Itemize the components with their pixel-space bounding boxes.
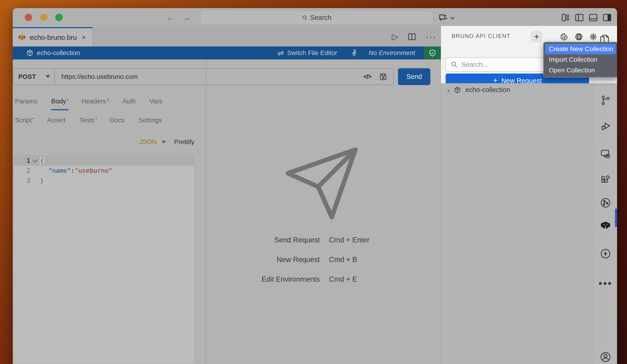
package-icon [26,49,34,57]
tab-assert[interactable]: Assert [47,116,66,128]
cookies-button[interactable] [559,31,569,43]
proxy-globe-button[interactable] [574,31,584,43]
bruno-dog-filled-icon [599,219,612,231]
editor-empty-pattern [14,195,194,364]
customize-layout-button[interactable] [561,13,570,22]
zoom-window-button[interactable] [55,14,63,21]
tab-headers[interactable]: Headers1 [81,97,109,109]
layout-customize-icon [561,13,570,22]
chat-sparkle-icon [438,13,448,23]
json-colon: : [71,167,75,174]
environment-shield-button[interactable] [424,46,441,59]
run-file-button[interactable]: ▷ [392,32,398,42]
tab-tests[interactable]: Tests• [79,116,97,128]
code-snippet-icon[interactable]: </> [364,73,371,80]
code-line[interactable]: 2 "name":"useburno" [14,166,194,176]
save-icon[interactable] [379,73,387,81]
menu-item-create-new-collection[interactable]: Create New Collection [545,44,616,54]
git-branch-icon [600,95,611,106]
method-dropdown-arrow-icon [46,75,50,78]
fold-chevron-icon[interactable] [30,160,40,162]
tab-vars[interactable]: Vars [150,97,163,109]
close-brace: } [40,177,44,184]
tab-script[interactable]: Script• [15,116,34,128]
lightning-circle-icon [600,248,611,260]
tab-settings[interactable]: Settings [138,116,163,128]
debug-icon [600,121,611,132]
request-tabs-row1: Params Body• Headers1 Auth Vars [15,97,163,110]
account-icon [599,351,612,363]
line-number: 1 [14,157,30,164]
extensions-icon [600,175,611,186]
activitybar-more-button[interactable]: ••• [599,277,612,290]
collection-bar: echo-collection ⇌ Switch File Editor No … [13,46,441,59]
json-key: "name" [48,167,71,174]
share-circle-icon [600,197,611,209]
code-line[interactable]: 3 } [14,176,194,185]
tab-body[interactable]: Body• [51,97,68,110]
activitybar-bruno-button[interactable] [599,219,612,231]
body-mode-arrow-icon [162,141,166,143]
titlebar: ← → Search [13,8,617,27]
shortcut-action: Send Request [221,236,320,244]
send-button[interactable]: Send [398,68,430,85]
minimize-window-button[interactable] [40,14,48,21]
switch-file-editor-button[interactable]: ⇌ Switch File Editor [277,48,337,58]
add-collection-button[interactable]: + [531,31,542,43]
chevron-right-icon: › [447,87,450,93]
body-mode-row: JSON Prettify [13,138,194,146]
activitybar-remote-explorer-button[interactable] [600,148,611,160]
activitybar-account-button[interactable] [599,351,612,363]
panel-divider [206,59,206,364]
copilot-chat-button[interactable] [438,13,454,23]
close-window-button[interactable] [25,14,32,21]
tab-docs[interactable]: Docs [110,116,126,128]
environment-selector[interactable]: No Environment [368,49,415,57]
search-placeholder: Search [310,14,332,22]
keyboard-shortcuts: Send Request Cmd + Enter New Request Cmd… [221,236,369,283]
shield-check-icon [428,49,436,57]
tab-close-icon[interactable]: × [81,33,86,42]
runner-icon[interactable] [350,49,358,57]
split-editor-button[interactable] [408,32,416,41]
tab-auth[interactable]: Auth [122,97,137,109]
chevron-down-icon [450,15,454,19]
activitybar-thunder-button[interactable] [600,248,611,260]
shortcut-keys: Cmd + E [329,275,369,283]
activitybar-run-debug-button[interactable] [600,121,611,132]
toggle-primary-sidebar-button[interactable] [575,13,584,22]
menu-item-import-collection[interactable]: Import Collection [545,54,616,65]
tab-bar: echo-bruno.bru × ▷ ··· [13,27,441,46]
vscode-window: ← → Search [13,8,617,364]
url-input[interactable]: https://echo.usebruno.com [61,73,364,81]
body-mode-dropdown[interactable]: JSON [139,138,157,146]
forward-button[interactable]: → [182,12,191,22]
settings-button[interactable] [588,31,598,43]
tab-echo-bruno[interactable]: echo-bruno.bru × [13,27,93,46]
panel-bottom-icon [588,13,598,22]
back-button[interactable]: ← [165,12,175,22]
shortcut-action: New Request [221,256,320,264]
gear-icon [589,33,597,41]
package-icon [454,86,461,94]
tab-title: echo-bruno.bru [30,34,77,41]
toggle-secondary-sidebar-button[interactable] [602,13,612,22]
activitybar-share-button[interactable] [600,197,611,209]
shortcut-keys: Cmd + Enter [329,236,369,244]
command-center-search[interactable]: Search [200,11,433,25]
toggle-panel-button[interactable] [588,13,598,22]
sidebar-title: BRUNO API CLIENT [452,33,511,39]
activitybar-extensions-button[interactable] [600,175,611,186]
activitybar-source-control-button[interactable] [600,95,611,106]
json-body-editor[interactable]: 1 { 2 "name":"useburno" 3 } [13,155,194,364]
prettify-button[interactable]: Prettify [174,138,194,146]
more-actions-button[interactable]: ··· [425,32,436,42]
tree-item-echo-collection[interactable]: › echo-collection [441,83,594,94]
collections-tree: › echo-collection [441,83,594,364]
tab-params[interactable]: Params [15,97,38,109]
request-url-group: POST https://echo.usebruno.com </> [13,68,394,85]
method-dropdown[interactable]: POST [13,69,55,85]
bruno-dog-icon [18,33,26,42]
menu-item-open-collection[interactable]: Open Collection [545,65,616,76]
code-line[interactable]: 1 { [14,156,194,166]
